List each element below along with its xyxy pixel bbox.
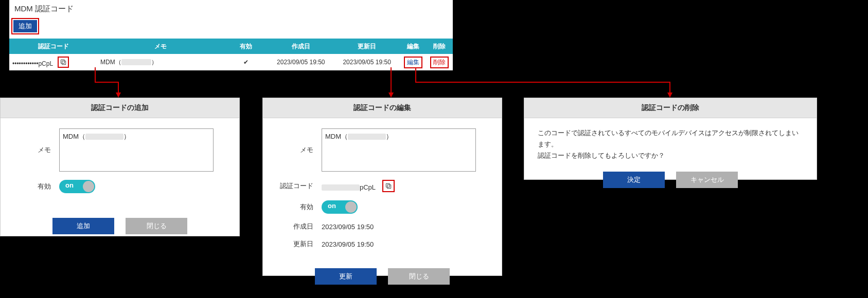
redacted — [121, 59, 151, 65]
cell-created: 2023/09/05 19:50 — [268, 54, 334, 70]
modal-add-title: 認証コードの追加 — [1, 98, 239, 118]
cell-updated: 2023/09/05 19:50 — [334, 54, 400, 70]
delete-cancel-button[interactable]: キャンセル — [676, 172, 738, 188]
th-edit: 編集 — [400, 39, 426, 54]
cell-code: ••••••••••••pCpL — [9, 54, 97, 70]
cell-memo: MDM（） — [97, 54, 224, 70]
cell-valid: ✔ — [224, 54, 268, 70]
cell-edit: 編集 — [400, 54, 426, 70]
edit-memo-label: メモ — [277, 145, 322, 155]
add-button[interactable]: 追加 — [13, 20, 37, 32]
svg-rect-0 — [62, 61, 66, 65]
page-title: MDM 認証コード — [9, 0, 453, 16]
svg-marker-2 — [116, 92, 121, 98]
th-del: 削除 — [427, 39, 453, 54]
copy-icon[interactable] — [382, 180, 395, 192]
copy-icon[interactable] — [58, 57, 69, 68]
redacted — [322, 184, 360, 191]
th-updated: 更新日 — [334, 39, 400, 54]
cell-del: 削除 — [427, 54, 453, 70]
table-row: ••••••••••••pCpL MDM（） ✔ 2023/09/05 19:5… — [9, 54, 453, 70]
delete-message-1: このコードで認証されているすべてのモバイルデバイスはアクセスが制限されてしまいま… — [538, 127, 803, 150]
add-close-button[interactable]: 閉じる — [126, 218, 187, 234]
edit-valid-toggle[interactable]: on — [322, 200, 358, 214]
main-panel: MDM 認証コード 追加 認証コード メモ 有効 作成日 更新日 編集 削除 •… — [9, 0, 453, 70]
modal-edit-title: 認証コードの編集 — [263, 98, 502, 118]
edit-code-value: pCpL — [322, 180, 395, 192]
modal-add: 認証コードの追加 メモ MDM（） 有効 on 追加 閉じる — [0, 98, 240, 236]
edit-memo-textarea[interactable]: MDM（） — [322, 128, 476, 172]
auth-code-table: 認証コード メモ 有効 作成日 更新日 編集 削除 ••••••••••••pC… — [9, 39, 453, 70]
modal-delete-title: 認証コードの削除 — [524, 98, 817, 118]
delete-confirm-button[interactable]: 決定 — [603, 172, 665, 188]
edit-created-label: 作成日 — [277, 222, 322, 231]
edit-created-value: 2023/09/05 19:50 — [322, 223, 374, 231]
add-memo-label: メモ — [15, 145, 59, 155]
add-button-highlight: 追加 — [11, 18, 39, 34]
code-text: ••••••••••••pCpL — [12, 60, 53, 67]
add-valid-label: 有効 — [15, 182, 59, 191]
redacted — [85, 134, 123, 140]
add-memo-textarea[interactable]: MDM（） — [59, 128, 214, 172]
delete-link[interactable]: 削除 — [430, 57, 449, 68]
edit-update-button[interactable]: 更新 — [315, 268, 377, 285]
modal-delete: 認証コードの削除 このコードで認証されているすべてのモバイルデバイスはアクセスが… — [524, 98, 817, 180]
svg-marker-4 — [667, 92, 672, 98]
svg-rect-5 — [387, 185, 391, 189]
edit-updated-label: 更新日 — [277, 239, 322, 249]
redacted — [348, 134, 386, 140]
edit-code-label: 認証コード — [277, 181, 322, 191]
th-created: 作成日 — [268, 39, 334, 54]
th-code: 認証コード — [9, 39, 97, 54]
edit-updated-value: 2023/09/05 19:50 — [322, 240, 374, 248]
th-valid: 有効 — [224, 39, 268, 54]
edit-link[interactable]: 編集 — [404, 57, 422, 68]
svg-rect-1 — [61, 60, 64, 63]
edit-valid-label: 有効 — [277, 202, 322, 212]
add-submit-button[interactable]: 追加 — [52, 218, 114, 234]
svg-rect-6 — [386, 183, 390, 187]
svg-marker-3 — [388, 92, 394, 98]
edit-close-button[interactable]: 閉じる — [388, 268, 450, 285]
add-valid-toggle[interactable]: on — [59, 180, 95, 193]
th-memo: メモ — [97, 39, 224, 54]
modal-edit: 認証コードの編集 メモ MDM（） 認証コード pCpL 有効 on — [262, 98, 502, 276]
delete-message-2: 認証コードを削除してもよろしいですか？ — [538, 150, 803, 161]
